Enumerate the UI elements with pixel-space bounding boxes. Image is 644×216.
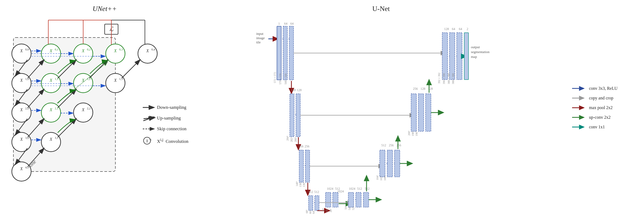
skip-icon <box>142 126 157 132</box>
svg-text:X: X <box>82 107 85 112</box>
svg-text:388 × 388: 388 × 388 <box>452 73 455 84</box>
svg-text:0,1: 0,1 <box>55 48 58 51</box>
svg-text:128: 128 <box>291 88 296 92</box>
svg-text:128: 128 <box>420 87 425 91</box>
svg-text:30²: 30² <box>325 209 328 212</box>
upsampling-icon <box>142 115 157 121</box>
svg-text:196²: 196² <box>415 131 418 136</box>
legend-skip: Skip connection <box>142 126 212 132</box>
svg-text:572 × 572: 572 × 572 <box>273 72 276 83</box>
svg-text:568 × 568: 568 × 568 <box>284 73 287 84</box>
svg-text:X: X <box>20 49 23 53</box>
svg-text:0,3: 0,3 <box>119 48 123 51</box>
svg-text:image: image <box>256 36 265 40</box>
svg-text:512: 512 <box>381 143 386 147</box>
svg-text:512: 512 <box>314 190 319 194</box>
svg-rect-184 <box>411 94 416 131</box>
svg-text:136²: 136² <box>302 182 305 187</box>
svg-rect-158 <box>348 192 354 207</box>
svg-point-18 <box>74 44 93 63</box>
svg-text:104²: 104² <box>376 175 379 180</box>
legend-conv1: conv 1x1 <box>572 124 641 130</box>
svg-text:0,0: 0,0 <box>25 48 29 51</box>
svg-rect-186 <box>418 94 424 131</box>
svg-text:X: X <box>146 49 149 53</box>
svg-rect-148 <box>333 192 338 207</box>
upconv-icon <box>572 115 586 120</box>
svg-point-21 <box>12 73 31 93</box>
svg-text:X: X <box>20 107 23 112</box>
unetpp-title: UNet++ <box>0 5 209 13</box>
svg-text:512: 512 <box>308 190 313 194</box>
svg-text:64: 64 <box>290 22 294 25</box>
svg-text:X: X <box>20 137 23 141</box>
svg-point-16 <box>12 44 31 63</box>
svg-rect-119 <box>290 94 294 137</box>
unet-panel: U-Net input image tile <box>220 0 644 216</box>
legend-conv3: conv 3x3, ReLU <box>572 86 641 91</box>
svg-text:200²: 200² <box>408 131 411 136</box>
svg-text:102²: 102² <box>380 176 383 181</box>
svg-rect-146 <box>325 192 331 207</box>
svg-text:68²: 68² <box>305 210 308 213</box>
svg-rect-162 <box>363 192 369 207</box>
svg-text:570 × 570: 570 × 570 <box>279 73 282 84</box>
svg-text:256: 256 <box>305 144 309 148</box>
svg-point-19 <box>106 44 125 63</box>
legend-copy: copy and crop <box>572 95 641 101</box>
svg-text:map: map <box>471 55 477 59</box>
svg-text:64: 64 <box>452 27 455 31</box>
svg-point-30 <box>12 162 31 181</box>
svg-point-29 <box>41 132 61 152</box>
svg-text:1024: 1024 <box>327 187 333 191</box>
maxpool-icon <box>572 105 586 110</box>
svg-point-20 <box>138 44 157 63</box>
svg-text:X: X <box>49 49 53 53</box>
svg-text:64: 64 <box>459 27 462 31</box>
svg-text:X: X <box>114 78 117 83</box>
svg-text:segmentation: segmentation <box>471 50 490 54</box>
svg-rect-112 <box>289 26 294 80</box>
svg-point-25 <box>12 103 31 122</box>
unetpp-panel: UNet++ Backbone ℒ <box>0 0 209 216</box>
svg-point-27 <box>74 103 93 122</box>
svg-rect-188 <box>426 94 431 131</box>
svg-rect-139 <box>315 196 319 210</box>
svg-point-24 <box>106 73 125 93</box>
svg-text:input: input <box>256 32 264 36</box>
svg-rect-200 <box>449 33 455 80</box>
svg-rect-173 <box>387 150 393 177</box>
svg-text:140²: 140² <box>295 181 298 186</box>
svg-text:128: 128 <box>297 88 302 92</box>
svg-text:64²: 64² <box>312 210 315 214</box>
legend-downsampling: Down-sampling <box>142 105 212 110</box>
svg-text:output: output <box>471 45 480 49</box>
unet-title: U-Net <box>220 5 542 13</box>
svg-text:0,4: 0,4 <box>151 48 155 51</box>
svg-text:X: X <box>49 78 53 83</box>
svg-point-26 <box>41 103 61 122</box>
svg-text:2: 2 <box>467 27 468 31</box>
svg-point-22 <box>41 73 61 93</box>
legend-upsampling: Up-sampling <box>142 115 212 121</box>
legend-maxpool: max pool 2x2 <box>572 105 641 110</box>
svg-text:X: X <box>114 49 117 53</box>
svg-rect-198 <box>442 33 448 80</box>
svg-text:256: 256 <box>413 87 418 91</box>
svg-text:tile: tile <box>256 40 261 44</box>
svg-text:52²: 52² <box>352 207 355 210</box>
svg-rect-204 <box>464 33 469 80</box>
svg-rect-175 <box>394 150 400 177</box>
svg-text:0,2: 0,2 <box>87 48 91 51</box>
svg-text:56²: 56² <box>344 206 347 210</box>
svg-text:256: 256 <box>299 144 303 148</box>
conv1-icon <box>572 124 586 130</box>
legend-upconv: up-conv 2x2 <box>572 115 641 120</box>
svg-text:100²: 100² <box>383 176 386 181</box>
svg-rect-160 <box>356 192 361 207</box>
svg-text:198²: 198² <box>411 131 414 136</box>
svg-rect-202 <box>457 33 462 80</box>
svg-text:280²: 280² <box>294 137 297 142</box>
svg-text:X: X <box>20 78 23 83</box>
unetpp-legend: Down-sampling Up-sampling <box>142 105 212 150</box>
